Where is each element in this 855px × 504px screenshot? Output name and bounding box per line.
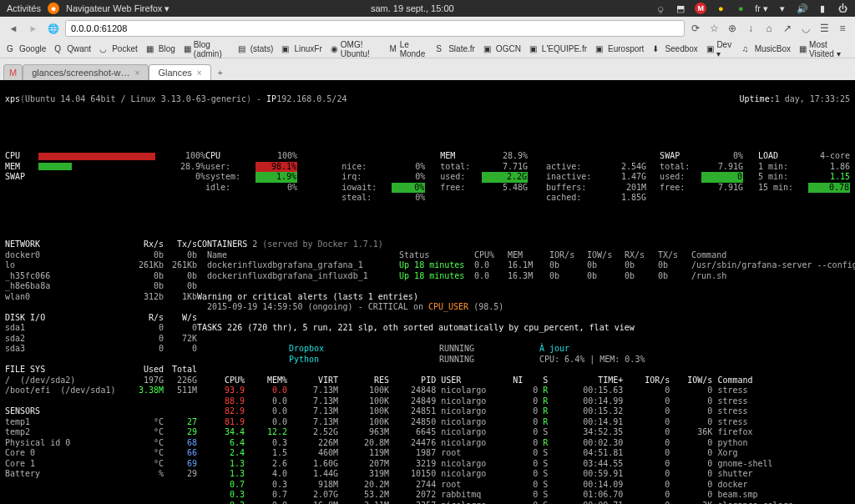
task-group: DropboxRUNNINGÀ jour bbox=[197, 344, 855, 355]
bookmark-label: OGCN bbox=[496, 44, 521, 53]
back-button[interactable]: ◄ bbox=[5, 20, 22, 37]
close-icon[interactable]: × bbox=[135, 68, 140, 78]
tab[interactable]: glances/screenshot-w…× bbox=[23, 64, 149, 80]
network-row: docker00b0b bbox=[5, 250, 197, 261]
bookmark-label: Pocket bbox=[112, 44, 138, 53]
history-icon[interactable]: ⊕ bbox=[725, 21, 740, 36]
quick-cpu: CPU100% bbox=[5, 151, 205, 162]
wifi-icon[interactable]: ▾ bbox=[777, 3, 788, 14]
network-row: wlan0312b1Kb bbox=[5, 292, 197, 303]
swap-row: total:7.91G bbox=[660, 162, 758, 173]
mem-row: buffers:201M bbox=[546, 183, 660, 194]
app-menu[interactable]: Navigateur Web Firefox ▾ bbox=[66, 3, 169, 14]
bookmark-google[interactable]: GGoogle bbox=[7, 44, 46, 54]
network-row: _h35fc0660b0b bbox=[5, 271, 197, 282]
bookmark-pocket[interactable]: ◡Pocket bbox=[99, 44, 138, 54]
tab[interactable]: Glances× bbox=[149, 64, 210, 80]
mega-icon[interactable]: M bbox=[695, 3, 706, 14]
bookmark-icon: ⬇ bbox=[652, 44, 662, 54]
disk-row: sda300 bbox=[5, 344, 197, 355]
feed-icon[interactable]: ☰ bbox=[817, 21, 832, 36]
language-indicator[interactable]: fr ▾ bbox=[755, 3, 768, 14]
bookmark-icon: ▣ bbox=[706, 44, 715, 54]
containers-columns: NameStatusCPU%MEMIOR/sIOW/sRX/sTX/sComma… bbox=[197, 250, 855, 261]
volume-icon[interactable]: 🔊 bbox=[797, 3, 808, 14]
star-icon[interactable]: ☆ bbox=[706, 21, 721, 36]
dropbox-icon[interactable]: ⬒ bbox=[675, 3, 686, 14]
tab-gmail[interactable]: M bbox=[3, 64, 23, 80]
activities-button[interactable]: Activités bbox=[7, 3, 41, 13]
bookmark-omgubuntu[interactable]: ◉OMG! Ubuntu! bbox=[331, 40, 382, 58]
bookmark-stats[interactable]: ▤(stats) bbox=[238, 44, 274, 54]
load-row: 15 min:0.78 bbox=[758, 183, 850, 194]
network-row: lo261Kb261Kb bbox=[5, 260, 197, 271]
universal-access-icon[interactable]: ⍜ bbox=[655, 3, 666, 14]
forward-button[interactable]: ► bbox=[25, 20, 42, 37]
battery-icon[interactable]: ▮ bbox=[817, 3, 828, 14]
bookmark-icon: ▣ bbox=[483, 44, 493, 54]
bookmark-label: Eurosport bbox=[608, 44, 644, 53]
bookmark-dev[interactable]: ▣Dev ▾ bbox=[706, 40, 734, 58]
indicator2-icon[interactable]: ● bbox=[735, 3, 746, 14]
bookmark-blog[interactable]: ▦Blog bbox=[146, 44, 175, 54]
browser-toolbar: ◄ ► 🌐 ⟳ ☆ ⊕ ↓ ⌂ ↗ ◡ ☰ ≡ bbox=[0, 17, 855, 40]
process-row: 1.3 4.0 1.44G 319M 10150 nicolargo 0 S 0… bbox=[197, 469, 855, 480]
bookmark-label: OMG! Ubuntu! bbox=[341, 40, 382, 58]
bookmark-icon: M bbox=[390, 44, 397, 54]
alert-row: 2015-09-19 14:59:50 (ongoing) - CRITICAL… bbox=[197, 302, 855, 313]
sensors-row: temp2°C29 bbox=[5, 427, 197, 438]
bookmark-mostvisited[interactable]: ▦Most Visited ▾ bbox=[799, 40, 848, 58]
bookmark-label: Blog bbox=[159, 44, 175, 53]
disk-row: sda2072K bbox=[5, 334, 197, 345]
download-icon[interactable]: ↓ bbox=[743, 21, 758, 36]
bookmark-seedbox[interactable]: ⬇Seedbox bbox=[652, 44, 697, 54]
process-header: CPU% MEM% VIRT RES PID USER NI S TIME+ I… bbox=[197, 375, 855, 386]
indicator-icon[interactable]: ● bbox=[715, 3, 726, 14]
containers-header: CONTAINERS 2 (served by Docker 1.7.1) bbox=[197, 239, 855, 250]
fs-header: FILE SYSUsedTotal bbox=[5, 365, 197, 375]
bookmark-icon: ▦ bbox=[799, 44, 807, 54]
swap-header: SWAP0% bbox=[660, 151, 758, 162]
pocket-icon[interactable]: ◡ bbox=[798, 21, 813, 36]
mem-row: active:2.54G bbox=[546, 162, 660, 173]
load-row: 1 min:1.86 bbox=[758, 162, 850, 173]
process-row: 0.3 0.0 16.8M 2.11M 3357 nicolargo 0 S 0… bbox=[197, 501, 855, 505]
disk-header: DISK I/OR/sW/s bbox=[5, 313, 197, 324]
alerts-header: Warning or critical alerts (lasts 1 entr… bbox=[197, 292, 855, 303]
menu-button[interactable]: ≡ bbox=[835, 21, 850, 36]
bookmark-icon: ▦ bbox=[184, 44, 191, 54]
bookmark-musicbox[interactable]: ♫MusicBox bbox=[742, 44, 791, 54]
bookmark-label: (stats) bbox=[250, 44, 274, 53]
quick-mem: MEM28.9% bbox=[5, 162, 205, 173]
bookmark-icon: S bbox=[436, 44, 446, 54]
tab-label: glances/screenshot-w… bbox=[32, 68, 129, 78]
load-header: LOAD4-core bbox=[758, 151, 850, 162]
bookmark-blogadmin[interactable]: ▦Blog (admin) bbox=[184, 40, 230, 58]
bookmark-icon: G bbox=[7, 44, 17, 54]
power-icon[interactable]: ⏻ bbox=[837, 3, 848, 14]
new-tab-button[interactable]: + bbox=[211, 65, 230, 80]
clock[interactable]: sam. 19 sept., 15:00 bbox=[169, 3, 655, 13]
firefox-icon: ● bbox=[48, 3, 59, 14]
share-icon[interactable]: ↗ bbox=[780, 21, 795, 36]
fs-row: /boot/efi (/dev/sda1)3.38M511M bbox=[5, 386, 197, 396]
bookmark-lequipefr[interactable]: ▣L'EQUIPE.fr bbox=[529, 44, 587, 54]
bookmark-icon: ◉ bbox=[331, 44, 338, 54]
home-button[interactable]: ⌂ bbox=[761, 21, 777, 36]
bookmark-eurosport[interactable]: ▣Eurosport bbox=[595, 44, 644, 54]
url-input[interactable] bbox=[65, 20, 685, 37]
bookmark-slatefr[interactable]: SSlate.fr bbox=[436, 44, 475, 54]
close-icon[interactable]: × bbox=[197, 68, 202, 78]
bookmark-lemonde[interactable]: MLe Monde bbox=[390, 40, 428, 58]
bookmark-ogcn[interactable]: ▣OGCN bbox=[483, 44, 521, 54]
bookmark-label: Qwant bbox=[67, 44, 91, 53]
reload-button[interactable]: ⟳ bbox=[688, 21, 703, 36]
cpu-row: irq:0% bbox=[341, 172, 440, 183]
bookmark-label: Le Monde bbox=[400, 40, 428, 58]
bookmark-qwant[interactable]: QQwant bbox=[54, 44, 91, 54]
cpu-row: steal:0% bbox=[341, 193, 440, 204]
globe-icon: 🌐 bbox=[45, 20, 62, 37]
sensors-row: Core 1°C69 bbox=[5, 459, 197, 470]
bookmark-linuxfr[interactable]: ▣LinuxFr bbox=[281, 44, 321, 54]
bookmark-label: Slate.fr bbox=[448, 44, 475, 53]
